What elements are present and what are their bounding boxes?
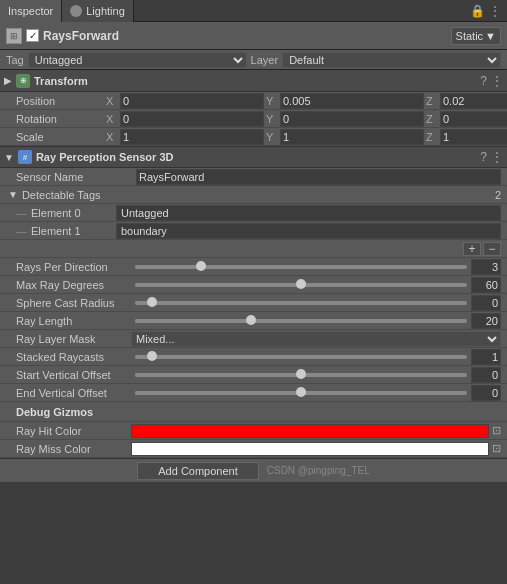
rotation-label: Rotation (16, 113, 106, 125)
scale-y-label: Y (266, 131, 278, 143)
scale-x-label: X (106, 131, 118, 143)
stacked-label: Stacked Raycasts (16, 351, 131, 363)
ray-settings-icon[interactable]: ⋮ (491, 150, 503, 164)
transform-header[interactable]: ▶ ⊕ Transform ? ⋮ (0, 70, 507, 92)
ray-layer-row: Ray Layer Mask Mixed... (0, 330, 507, 348)
ray-length-value[interactable] (471, 313, 501, 329)
object-header: ⊞ RaysForward Static ▼ (0, 22, 507, 50)
ray-perception-header[interactable]: ▼ # Ray Perception Sensor 3D ? ⋮ (0, 146, 507, 168)
stacked-value[interactable] (471, 349, 501, 365)
object-icon: ⊞ (6, 28, 22, 44)
element0-label: — Element 0 (16, 207, 116, 219)
stacked-row: Stacked Raycasts (0, 348, 507, 366)
sensor-properties: Sensor Name ▼ Detectable Tags 2 — Elemen… (0, 168, 507, 458)
ray-miss-color-swatch[interactable] (131, 442, 489, 456)
lock-icon[interactable]: 🔒 (470, 4, 485, 18)
scale-z-label: Z (426, 131, 438, 143)
start-vert-value[interactable] (471, 367, 501, 383)
max-ray-deg-slider[interactable] (135, 283, 467, 287)
rot-x-input[interactable] (120, 111, 264, 127)
ray-miss-eyedropper-icon[interactable]: ⊡ (492, 442, 501, 455)
ray-layer-label: Ray Layer Mask (16, 333, 131, 345)
transform-properties: Position X Y Z Rotation X Y Z Scale X Y … (0, 92, 507, 146)
end-vert-label: End Vertical Offset (16, 387, 131, 399)
sphere-cast-slider[interactable] (135, 301, 467, 305)
ray-length-label: Ray Length (16, 315, 131, 327)
watermark-text: CSDN @pingping_TEL (267, 465, 370, 476)
position-label: Position (16, 95, 106, 107)
ray-actions: ? ⋮ (480, 150, 503, 164)
ray-length-slider[interactable] (135, 319, 467, 323)
ray-layer-select[interactable]: Mixed... (131, 331, 501, 347)
rot-z-input[interactable] (440, 111, 507, 127)
max-ray-deg-row: Max Ray Degrees (0, 276, 507, 294)
tabs-actions: 🔒 ⋮ (470, 4, 507, 18)
object-active-checkbox[interactable] (26, 29, 39, 42)
ray-miss-color-label: Ray Miss Color (16, 443, 131, 455)
sensor-name-input[interactable] (136, 169, 501, 185)
more-icon[interactable]: ⋮ (489, 4, 501, 18)
rot-y-input[interactable] (280, 111, 424, 127)
scale-y-input[interactable] (280, 129, 424, 145)
layer-select[interactable]: Default (282, 52, 501, 68)
tag-label: Tag (6, 54, 24, 66)
element1-input[interactable] (116, 223, 501, 239)
detectable-tags-label: Detectable Tags (22, 189, 495, 201)
scale-row: Scale X Y Z (0, 128, 507, 146)
tag-layer-row: Tag Untagged Layer Default (0, 50, 507, 70)
tab-inspector[interactable]: Inspector (0, 0, 62, 22)
start-vert-row: Start Vertical Offset (0, 366, 507, 384)
stacked-slider[interactable] (135, 355, 467, 359)
rays-per-dir-label: Rays Per Direction (16, 261, 131, 273)
ray-length-row: Ray Length (0, 312, 507, 330)
sensor-name-label: Sensor Name (16, 171, 136, 183)
lighting-tab-label: Lighting (86, 5, 125, 17)
rays-per-dir-value[interactable] (471, 259, 501, 275)
inspector-tab-label: Inspector (8, 5, 53, 17)
element1-row: — Element 1 (0, 222, 507, 240)
ray-hit-eyedropper-icon[interactable]: ⊡ (492, 424, 501, 437)
ray-miss-color-row: Ray Miss Color ⊡ (0, 440, 507, 458)
transform-more-icon[interactable]: ⋮ (491, 74, 503, 88)
scale-z-input[interactable] (440, 129, 507, 145)
start-vert-label: Start Vertical Offset (16, 369, 131, 381)
element0-dash: — (16, 207, 27, 219)
add-element-button[interactable]: + (463, 242, 481, 256)
end-vert-slider[interactable] (135, 391, 467, 395)
ray-hit-color-swatch[interactable] (131, 424, 489, 438)
sphere-cast-row: Sphere Cast Radius (0, 294, 507, 312)
add-component-button[interactable]: Add Component (137, 462, 259, 480)
rays-per-dir-slider[interactable] (135, 265, 467, 269)
pos-z-label: Z (426, 95, 438, 107)
end-vert-row: End Vertical Offset (0, 384, 507, 402)
pos-y-input[interactable] (280, 93, 424, 109)
start-vert-slider[interactable] (135, 373, 467, 377)
static-button[interactable]: Static ▼ (451, 27, 501, 45)
rot-x-label: X (106, 113, 118, 125)
transform-title: Transform (34, 75, 476, 87)
element0-row: — Element 0 (0, 204, 507, 222)
rot-z-label: Z (426, 113, 438, 125)
remove-element-button[interactable]: − (483, 242, 501, 256)
scale-x-input[interactable] (120, 129, 264, 145)
ray-help-icon[interactable]: ? (480, 150, 487, 164)
detectable-tags-count: 2 (495, 189, 501, 201)
rotation-fields: X Y Z (106, 111, 507, 127)
end-vert-value[interactable] (471, 385, 501, 401)
scale-label: Scale (16, 131, 106, 143)
static-arrow-icon: ▼ (485, 30, 496, 42)
pos-x-input[interactable] (120, 93, 264, 109)
max-ray-deg-value[interactable] (471, 277, 501, 293)
tag-select[interactable]: Untagged (28, 52, 247, 68)
element1-dash: — (16, 225, 27, 237)
detectable-tags-row[interactable]: ▼ Detectable Tags 2 (0, 186, 507, 204)
sphere-cast-label: Sphere Cast Radius (16, 297, 131, 309)
pos-z-input[interactable] (440, 93, 507, 109)
layer-label: Layer (251, 54, 279, 66)
tab-lighting[interactable]: Lighting (62, 0, 134, 22)
element0-input[interactable] (116, 205, 501, 221)
transform-help-icon[interactable]: ? (480, 74, 487, 88)
sphere-cast-value[interactable] (471, 295, 501, 311)
ray-hit-color-label: Ray Hit Color (16, 425, 131, 437)
position-row: Position X Y Z (0, 92, 507, 110)
